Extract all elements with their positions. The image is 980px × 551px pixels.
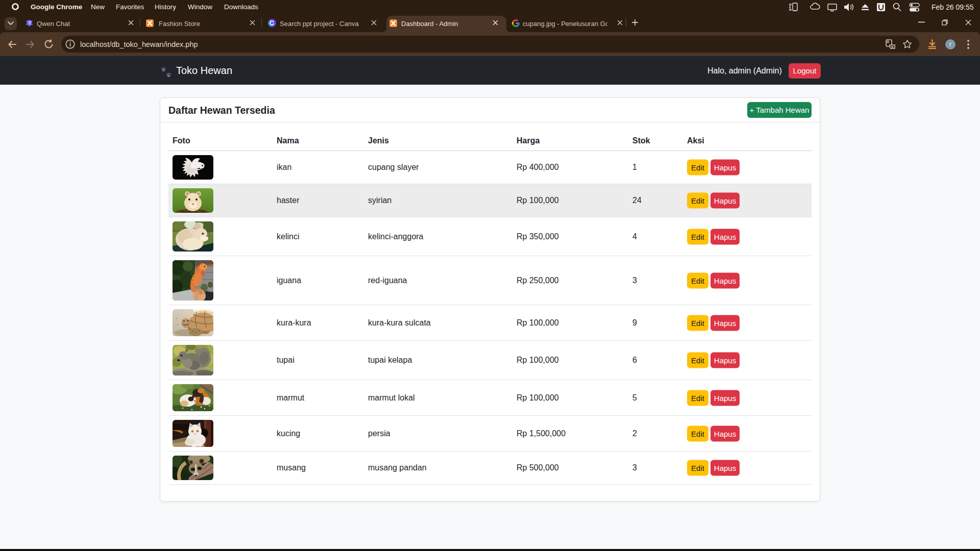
- svg-text:MEM: MEM: [789, 3, 792, 11]
